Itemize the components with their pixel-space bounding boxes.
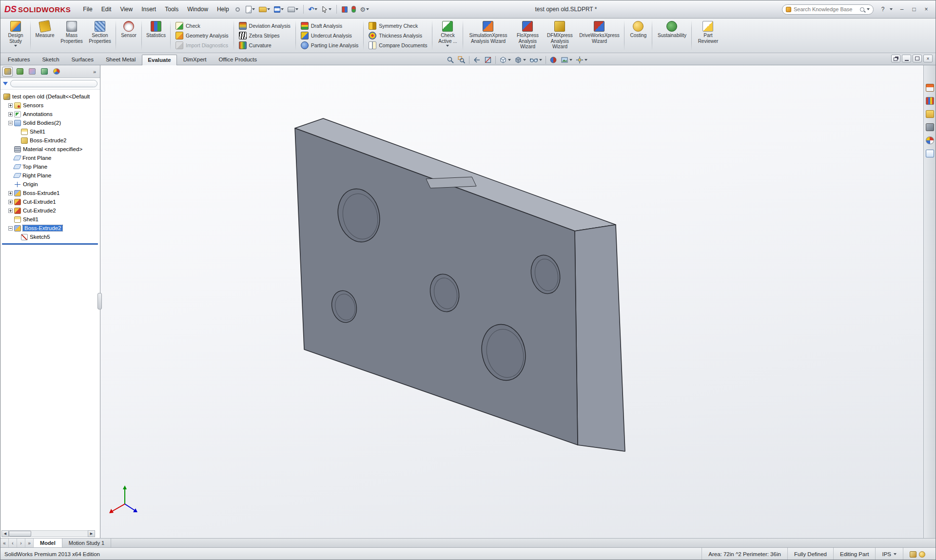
menu-window[interactable]: Window [183,4,213,15]
zoom-to-fit-button[interactable] [445,55,456,65]
ribbon-curvature-button[interactable]: Curvature [236,40,293,50]
tab-scroll-first-button[interactable]: « [0,539,9,547]
select-button[interactable] [320,5,332,14]
toolbox-icon[interactable] [926,123,934,131]
tab-configurationmanager[interactable] [27,67,37,77]
document-cascade-button[interactable] [891,55,900,62]
undo-button[interactable]: ↶ [308,5,319,14]
view-orientation-button[interactable] [498,55,512,65]
pin-menu-icon[interactable] [235,7,240,12]
custom-properties-icon[interactable] [926,150,934,157]
scroll-right-button[interactable]: ▶ [88,530,95,537]
tree-horizontal-scrollbar[interactable]: ◀ ▶ [1,530,95,537]
menu-insert[interactable]: Insert [137,4,160,15]
view-settings-button[interactable] [574,55,589,65]
panel-splitter-handle[interactable] [98,293,102,309]
tab-propertymanager[interactable] [15,67,25,77]
close-button[interactable]: × [921,5,932,14]
ribbon-sensor-button[interactable]: Sensor [117,19,140,52]
tab-sketch[interactable]: Sketch [36,54,65,65]
maximize-button[interactable]: □ [909,5,919,14]
menu-edit[interactable]: Edit [97,4,116,15]
tree-item-part-root[interactable]: test open old (Default<<Default [0,92,99,101]
tab-sheet-metal[interactable]: Sheet Metal [100,54,141,65]
open-button[interactable] [258,6,271,13]
menu-view[interactable]: View [116,4,137,15]
ribbon-design-study-button[interactable]: Design Study [2,19,29,52]
tab-featuremanager[interactable] [2,67,13,77]
menu-help[interactable]: Help [213,4,234,15]
new-document-button[interactable] [245,5,256,14]
graphics-viewport[interactable] [100,65,924,538]
scrollbar-thumb[interactable] [9,531,31,537]
edit-appearance-button[interactable] [548,55,559,65]
tab-evaluate[interactable]: Evaluate [142,55,176,65]
tab-dimxpert[interactable]: DimXpert [177,54,213,65]
tree-item-sketch5[interactable]: Sketch5 [0,232,99,241]
document-maximize-button[interactable] [913,55,922,62]
ribbon-simulationxpress-button[interactable]: SimulationXpress Analysis Wizard [465,19,511,52]
tree-item-shell1-body[interactable]: Shell1 [0,127,99,136]
ribbon-geometry-analysis-button[interactable]: Geometry Analysis [173,31,231,40]
help-button[interactable]: ? [878,5,888,14]
expand-toggle[interactable] [8,200,13,204]
tree-item-sensors[interactable]: Sensors [0,101,99,110]
collapse-toggle[interactable] [8,226,13,231]
tree-item-right-plane[interactable]: Right Plane [0,171,99,180]
search-input[interactable] [794,6,858,12]
tab-surfaces[interactable]: Surfaces [66,54,99,65]
scroll-left-button[interactable]: ◀ [1,530,9,537]
tree-item-origin[interactable]: Origin [0,180,99,189]
ribbon-undercut-analysis-button[interactable]: Undercut Analysis [298,31,361,40]
document-minimize-button[interactable] [902,55,911,62]
tree-item-annotations[interactable]: Annotations [0,110,99,118]
document-close-button[interactable]: × [923,55,933,62]
expand-toggle[interactable] [8,103,13,108]
ribbon-sustainability-button[interactable]: Sustainability [654,19,690,52]
ribbon-check-active-button[interactable]: Check Active ... [434,19,461,52]
solidworks-resources-icon[interactable] [926,84,934,92]
chevron-down-icon[interactable] [867,8,870,10]
ribbon-costing-button[interactable]: Costing [626,19,650,52]
section-view-button[interactable] [483,55,493,65]
ribbon-check-button[interactable]: Check [173,21,231,31]
tab-features[interactable]: Features [2,54,36,65]
unit-system-selector[interactable]: IPS [875,548,903,560]
tree-item-front-plane[interactable]: Front Plane [0,154,99,162]
save-button[interactable] [273,5,285,14]
tree-item-shell1-feature[interactable]: Shell1 [0,215,99,224]
tree-item-boss-extrude2-selected[interactable]: Boss-Extrude2 [0,224,99,232]
apply-scene-button[interactable] [559,55,574,65]
ribbon-compare-documents-button[interactable]: Compare Documents [366,40,429,50]
selection-filter-button[interactable] [341,5,349,14]
minimize-button[interactable]: – [897,5,907,14]
ribbon-zebra-stripes-button[interactable]: Zebra Stripes [236,31,293,40]
tab-scroll-next-button[interactable]: › [17,539,25,547]
tree-item-material[interactable]: Material <not specified> [0,145,99,154]
tab-dimxpertmanager[interactable] [39,67,49,77]
file-explorer-icon[interactable] [926,110,934,118]
ribbon-floxpress-button[interactable]: FloXpress Analysis Wizard [511,19,544,52]
tree-item-solid-bodies[interactable]: Solid Bodies(2) [0,118,99,127]
quick-tips-icon[interactable] [919,551,925,558]
tree-item-cut-extrude2[interactable]: Cut-Extrude2 [0,206,99,215]
print-button[interactable] [287,6,299,13]
scrollbar-track[interactable] [9,530,88,537]
tab-scroll-prev-button[interactable]: ‹ [9,539,17,547]
tree-item-top-plane[interactable]: Top Plane [0,162,99,171]
tree-item-boss-extrude1[interactable]: Boss-Extrude1 [0,189,99,197]
display-style-button[interactable] [513,55,527,65]
tree-filter-input[interactable] [10,80,98,87]
chevron-down-icon[interactable] [890,8,893,10]
filter-funnel-icon[interactable] [3,82,8,85]
menu-file[interactable]: File [78,4,97,15]
zoom-to-area-button[interactable] [456,55,467,65]
ribbon-driveworksxpress-button[interactable]: DriveWorksXpress Wizard [576,19,623,52]
previous-view-button[interactable] [471,55,482,65]
ribbon-statistics-button[interactable]: Statistics [143,19,169,52]
ribbon-part-reviewer-button[interactable]: Part Reviewer [693,19,722,52]
ribbon-deviation-analysis-button[interactable]: Deviation Analysis [236,21,293,31]
expand-toggle[interactable] [8,191,13,195]
tab-scroll-last-button[interactable]: » [25,539,34,547]
collapse-toggle[interactable] [8,121,13,125]
